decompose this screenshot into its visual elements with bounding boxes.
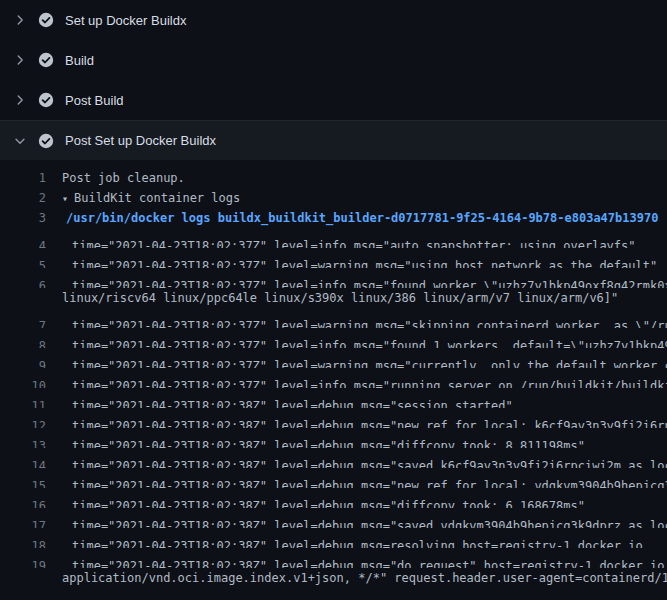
line-number[interactable]: 19 (0, 556, 46, 568)
log-line: 10time="2021-04-23T18:02:37Z" level=info… (0, 368, 667, 388)
log-text: time="2021-04-23T18:02:38Z" level=debug … (46, 556, 667, 568)
log-text: time="2021-04-23T18:02:37Z" level=warnin… (46, 356, 667, 368)
chevron-right-icon (12, 92, 28, 108)
line-number[interactable]: 13 (0, 436, 46, 448)
log-line: 17time="2021-04-23T18:02:38Z" level=debu… (0, 508, 667, 528)
step-label: Post Build (65, 93, 124, 108)
log-line: 18time="2021-04-23T18:02:38Z" level=debu… (0, 528, 667, 548)
log-text: time="2021-04-23T18:02:38Z" level=debug … (46, 416, 667, 428)
step-row-3[interactable]: Post Set up Docker Buildx (0, 120, 667, 160)
log-text: time="2021-04-23T18:02:37Z" level=info m… (46, 376, 667, 388)
line-number[interactable]: 11 (0, 396, 46, 408)
log-text: time="2021-04-23T18:02:38Z" level=debug … (46, 596, 667, 600)
log-lines: 1Post job cleanup.2▾BuildKit container l… (0, 160, 667, 600)
line-number[interactable]: 3 (0, 208, 46, 228)
step-label: Post Set up Docker Buildx (65, 133, 216, 148)
actions-log-viewer: Set up Docker BuildxBuildPost BuildPost … (0, 0, 667, 600)
check-circle-icon (38, 12, 54, 28)
line-number[interactable]: 9 (0, 356, 46, 368)
log-text: linux/riscv64 linux/ppc64le linux/s390x … (46, 288, 618, 308)
log-text: Post job cleanup. (46, 168, 185, 188)
log-line: 15time="2021-04-23T18:02:38Z" level=debu… (0, 468, 667, 488)
chevron-right-icon (12, 12, 28, 28)
line-number[interactable]: 14 (0, 456, 46, 468)
line-number (0, 288, 46, 308)
line-number[interactable]: 16 (0, 496, 46, 508)
log-text: time="2021-04-23T18:02:38Z" level=debug … (46, 456, 667, 468)
check-circle-icon (38, 52, 54, 68)
step-row-1[interactable]: Build (0, 40, 667, 80)
log-line: 11time="2021-04-23T18:02:38Z" level=debu… (0, 388, 667, 408)
check-circle-icon (38, 92, 54, 108)
line-number[interactable]: 20 (0, 596, 46, 600)
log-line: 16time="2021-04-23T18:02:38Z" level=debu… (0, 488, 667, 508)
log-line: 13time="2021-04-23T18:02:38Z" level=debu… (0, 428, 667, 448)
step-row-2[interactable]: Post Build (0, 80, 667, 120)
log-line: 12time="2021-04-23T18:02:38Z" level=debu… (0, 408, 667, 428)
step-label: Build (65, 53, 94, 68)
log-text: time="2021-04-23T18:02:38Z" level=debug … (46, 396, 513, 408)
log-text: time="2021-04-23T18:02:38Z" level=debug … (46, 436, 585, 448)
log-text: time="2021-04-23T18:02:37Z" level=warnin… (46, 316, 667, 328)
log-text: time="2021-04-23T18:02:38Z" level=debug … (46, 516, 667, 528)
line-number[interactable]: 4 (0, 236, 46, 248)
log-line: 8time="2021-04-23T18:02:37Z" level=info … (0, 328, 667, 348)
log-line: 2▾BuildKit container logs (0, 188, 667, 208)
log-line: 7time="2021-04-23T18:02:37Z" level=warni… (0, 308, 667, 328)
step-label: Set up Docker Buildx (65, 13, 186, 28)
chevron-right-icon (12, 52, 28, 68)
log-text: time="2021-04-23T18:02:37Z" level=info m… (46, 336, 667, 348)
line-number[interactable]: 8 (0, 336, 46, 348)
log-command-text: /usr/bin/docker logs buildx_buildkit_bui… (46, 208, 658, 228)
log-text: time="2021-04-23T18:02:37Z" level=info m… (46, 276, 667, 288)
line-number[interactable]: 10 (0, 376, 46, 388)
group-toggle-icon[interactable]: ▾ (62, 193, 68, 204)
log-text: time="2021-04-23T18:02:37Z" level=info m… (46, 236, 636, 248)
line-number[interactable]: 7 (0, 316, 46, 328)
log-line: 5time="2021-04-23T18:02:37Z" level=warni… (0, 248, 667, 268)
log-line: 20time="2021-04-23T18:02:38Z" level=debu… (0, 588, 667, 600)
line-number[interactable]: 18 (0, 536, 46, 548)
line-number[interactable]: 2 (0, 188, 46, 208)
log-text: time="2021-04-23T18:02:38Z" level=debug … (46, 496, 585, 508)
step-row-0[interactable]: Set up Docker Buildx (0, 0, 667, 40)
log-line: 4time="2021-04-23T18:02:37Z" level=info … (0, 228, 667, 248)
log-text: ▾BuildKit container logs (46, 188, 240, 208)
group-label[interactable]: BuildKit container logs (74, 191, 240, 205)
line-number[interactable]: 17 (0, 516, 46, 528)
check-circle-icon (38, 133, 54, 149)
log-text: application/vnd.oci.image.index.v1+json,… (46, 568, 667, 588)
log-line: 14time="2021-04-23T18:02:38Z" level=debu… (0, 448, 667, 468)
line-number[interactable]: 5 (0, 256, 46, 268)
chevron-down-icon (12, 133, 28, 149)
line-number[interactable]: 1 (0, 168, 46, 188)
log-line: 6time="2021-04-23T18:02:37Z" level=info … (0, 268, 667, 288)
line-number[interactable]: 6 (0, 276, 46, 288)
log-text: time="2021-04-23T18:02:38Z" level=debug … (46, 476, 667, 488)
log-line: 9time="2021-04-23T18:02:37Z" level=warni… (0, 348, 667, 368)
log-line: 3/usr/bin/docker logs buildx_buildkit_bu… (0, 208, 667, 228)
line-number[interactable]: 12 (0, 416, 46, 428)
log-line: 19time="2021-04-23T18:02:38Z" level=debu… (0, 548, 667, 568)
line-number[interactable]: 15 (0, 476, 46, 488)
log-text: time="2021-04-23T18:02:38Z" level=debug … (46, 536, 643, 548)
log-line: 1Post job cleanup. (0, 168, 667, 188)
steps-list: Set up Docker BuildxBuildPost BuildPost … (0, 0, 667, 160)
log-line: application/vnd.oci.image.index.v1+json,… (0, 568, 667, 588)
log-text: time="2021-04-23T18:02:37Z" level=warnin… (46, 256, 657, 268)
log-line: linux/riscv64 linux/ppc64le linux/s390x … (0, 288, 667, 308)
line-number (0, 568, 46, 588)
